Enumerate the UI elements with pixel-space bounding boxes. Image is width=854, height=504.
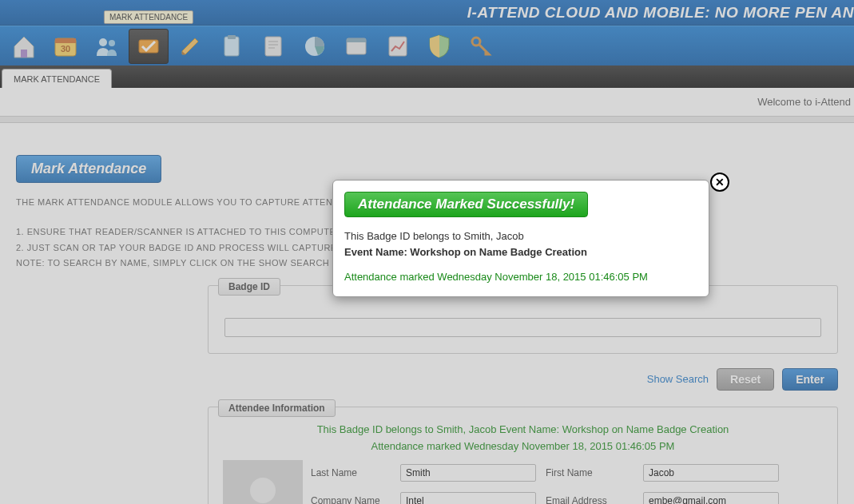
modal-line1: This Badge ID belongs to Smith, Jacob xyxy=(344,228,697,244)
modal-body: This Badge ID belongs to Smith, Jacob Ev… xyxy=(344,228,697,285)
close-icon[interactable]: ✕ xyxy=(710,173,729,192)
modal-title: Attendance Marked Successfully! xyxy=(344,192,588,217)
modal-line2: Event Name: Workshop on Name Badge Creat… xyxy=(344,244,697,260)
success-modal: ✕ Attendance Marked Successfully! This B… xyxy=(332,180,709,297)
modal-line3: Attendance marked Wednesday November 18,… xyxy=(344,269,697,285)
